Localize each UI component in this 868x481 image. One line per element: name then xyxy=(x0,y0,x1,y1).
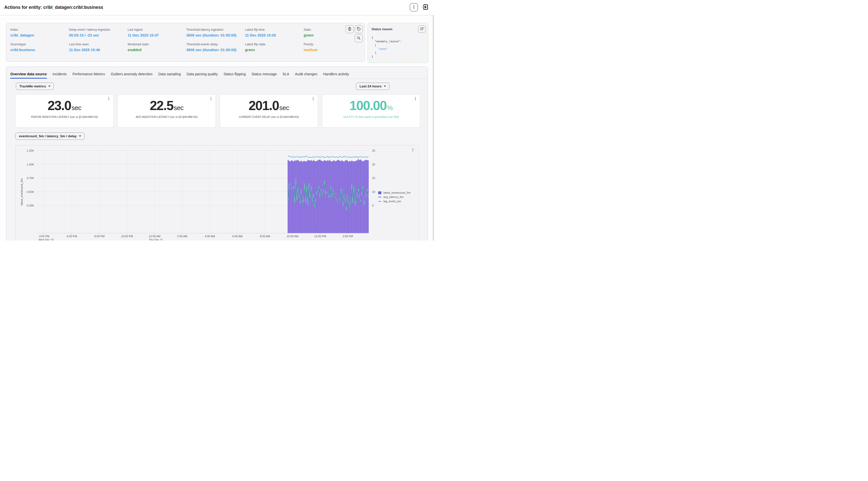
search-button[interactable] xyxy=(355,34,363,42)
exit-icon xyxy=(422,3,429,11)
card-kebab-icon[interactable] xyxy=(312,97,315,101)
card-kebab-icon[interactable] xyxy=(107,97,110,101)
card-perc95-ingestion-latency: 23.0sec PERC95 INGESTION LATENCY (sec or… xyxy=(16,94,114,128)
bar-latest_eventcount_5m xyxy=(314,161,315,233)
card-kebab-icon[interactable] xyxy=(210,97,213,101)
status-reason-title: Status reason xyxy=(372,27,393,31)
bar-latest_eventcount_5m xyxy=(360,159,361,233)
bar-latest_eventcount_5m xyxy=(304,161,305,233)
chevron-down-icon xyxy=(79,136,81,137)
kebab-icon xyxy=(412,5,416,10)
tabs-divider xyxy=(6,79,428,79)
bar-latest_eventcount_5m xyxy=(345,161,346,233)
bar-latest_eventcount_5m xyxy=(338,160,339,233)
bar-latest_eventcount_5m xyxy=(318,160,319,233)
right-axis-tick: 25 xyxy=(372,149,375,152)
bar-latest_eventcount_5m xyxy=(337,160,338,233)
metric-label: CURRENT EVENT DELAY (sec or [D+]HH:MM:SS… xyxy=(220,115,318,118)
bar-latest_eventcount_5m xyxy=(353,162,354,233)
metric-value: 22.5sec xyxy=(118,99,216,112)
bar-latest_eventcount_5m xyxy=(323,161,324,233)
bar-latest_eventcount_5m xyxy=(334,160,335,233)
x-axis-tick: 8:00 AM xyxy=(260,235,270,238)
bar-latest_eventcount_5m xyxy=(365,160,366,233)
header-bar: Actions for entity: cribl_datagen:cribl:… xyxy=(0,0,434,16)
bar-latest_eventcount_5m xyxy=(356,161,357,233)
entity-info-grid: Index:cribl_datagen Sourcetype:cribl:bus… xyxy=(10,28,362,57)
page-title: Actions for entity: cribl_datagen:cribl:… xyxy=(4,5,103,10)
bar-latest_eventcount_5m xyxy=(348,162,349,233)
metric-value: 23.0sec xyxy=(16,99,113,112)
x-axis-tick: 2:00 PM xyxy=(343,235,353,238)
tab-status-message[interactable]: Status message xyxy=(251,72,277,79)
bar-latest_eventcount_5m xyxy=(306,161,307,233)
card-kebab-icon[interactable] xyxy=(414,97,417,101)
info-field-priority: Priority:medium xyxy=(304,42,362,57)
info-field-index: Index:cribl_datagen xyxy=(10,28,69,42)
tab-sla[interactable]: SLA xyxy=(282,72,289,79)
bar-latest_eventcount_5m xyxy=(289,161,290,233)
x-axis-tick: 2:00 AM xyxy=(177,235,187,238)
time-range-dropdown[interactable]: Last 24 hours xyxy=(356,83,390,90)
legend-item[interactable]: avg_latency_5m xyxy=(378,196,411,199)
bar-latest_eventcount_5m xyxy=(322,161,323,233)
chevron-down-icon xyxy=(48,86,50,87)
header-actions xyxy=(410,3,430,11)
metrics-source-dropdown[interactable]: TrackMe metrics xyxy=(16,83,54,90)
exit-button[interactable] xyxy=(422,3,430,11)
card-current-event-delay: 201.0sec CURRENT EVENT DELAY (sec or [D+… xyxy=(220,94,318,128)
bar-latest_eventcount_5m xyxy=(320,160,321,233)
x-axis-tick: 10:00 AM xyxy=(287,235,298,238)
right-axis-tick: 20 xyxy=(372,163,375,166)
chart-series-dropdown[interactable]: eventcount_5m / latency_5m / delay xyxy=(16,132,85,140)
tab-incidents[interactable]: Incidents xyxy=(53,72,67,79)
chart-kebab-icon[interactable] xyxy=(411,148,414,153)
x-axis-tick: 10:00 PM xyxy=(121,235,133,238)
line-avg_latency_5m xyxy=(288,156,368,158)
info-field-delay-latency: Delay event / latency ingestion:00:03:15… xyxy=(69,28,128,42)
metric-label: PERC95 INGESTION LATENCY (sec or [D+]HH:… xyxy=(16,115,113,118)
status-reason-json: { "anomaly_reason": [ "none" ] } xyxy=(372,36,402,58)
status-reason-expand-button[interactable] xyxy=(418,25,426,33)
info-field-latest-flip-time: Latest flip time:11 Dec 2025 10:02 xyxy=(245,28,304,42)
metric-value: 201.0sec xyxy=(220,99,318,112)
chevron-down-icon xyxy=(384,86,386,87)
chart-panel: 1.25K1.00K0.75K0.50K0.25K2520151054:00 P… xyxy=(16,145,419,241)
tab-status-flipping[interactable]: Status flipping xyxy=(223,72,246,79)
legend-item[interactable]: latest_eventcount_5m xyxy=(378,191,411,194)
scrollbar[interactable] xyxy=(432,0,434,241)
tab-performance-metrics[interactable]: Performance Metrics xyxy=(72,72,105,79)
tab-handlers-activity[interactable]: Handlers activity xyxy=(323,72,349,79)
x-axis-tick: 8:00 PM xyxy=(94,235,105,238)
y-axis-title: latest_eventcount_5m xyxy=(20,178,23,206)
bar-latest_eventcount_5m xyxy=(298,160,299,233)
tags-button[interactable] xyxy=(355,25,363,33)
clipboard-icon xyxy=(348,27,352,32)
bar-latest_eventcount_5m xyxy=(336,161,337,233)
info-field-last-ingest: Last ingest:11 Dec 2025 15:47 xyxy=(128,28,186,42)
info-field-threshold-events-delay: Threshold events delay:3600 sec (duratio… xyxy=(186,42,245,57)
external-link-icon xyxy=(420,27,424,31)
legend-item[interactable]: lag_event_sec xyxy=(378,200,411,203)
bar-latest_eventcount_5m xyxy=(324,160,325,233)
left-axis-tick: 1.00K xyxy=(27,163,34,166)
info-field-threshold-latency: Threshold latency ingestion:3600 sec (du… xyxy=(186,28,245,42)
bar-latest_eventcount_5m xyxy=(327,160,328,233)
bar-latest_eventcount_5m xyxy=(358,159,359,233)
header-kebab-menu-button[interactable] xyxy=(410,3,418,11)
tab-audit-changes[interactable]: Audit changes xyxy=(295,72,317,79)
bar-latest_eventcount_5m xyxy=(351,161,352,233)
bar-latest_eventcount_5m xyxy=(333,161,334,233)
copy-clipboard-button[interactable] xyxy=(346,25,354,33)
chart-legend: latest_eventcount_5m avg_latency_5m lag_… xyxy=(378,191,411,203)
entity-info-panel: Index:cribl_datagen Sourcetype:cribl:bus… xyxy=(6,23,365,62)
timeseries-chart[interactable]: 1.25K1.00K0.75K0.50K0.25K2520151054:00 P… xyxy=(16,145,419,241)
tab-data-parsing-quality[interactable]: Data parsing quality xyxy=(187,72,218,79)
tab-data-sampling[interactable]: Data sampling xyxy=(158,72,181,79)
bar-latest_eventcount_5m xyxy=(341,160,342,233)
app-window: Actions for entity: cribl_datagen:cribl:… xyxy=(0,0,434,241)
tab-outliers-anomaly-detection[interactable]: Outliers anomaly detection xyxy=(111,72,153,79)
search-icon xyxy=(357,36,361,41)
legend-swatch-bar xyxy=(378,191,381,194)
tab-overview-data-source[interactable]: Overview data source xyxy=(10,72,47,79)
